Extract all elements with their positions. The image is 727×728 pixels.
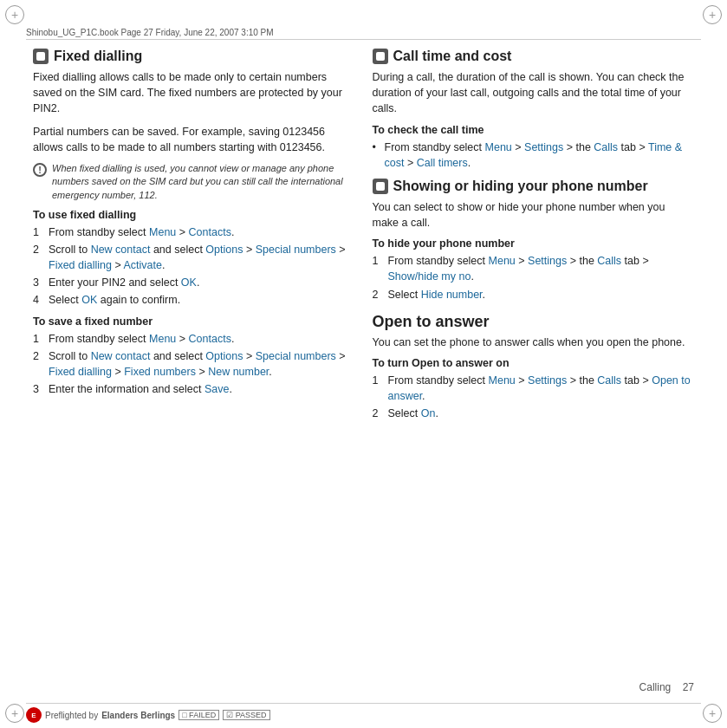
left-column: Fixed dialling Fixed dialling allows cal… — [33, 48, 355, 695]
elanders-text: Elanders Berlings — [101, 711, 175, 720]
fixed-dialling-icon — [33, 49, 49, 64]
hide-step-1: 1 From standby select Menu > Settings > … — [373, 253, 695, 284]
svg-rect-2 — [376, 182, 385, 191]
page-number-area: Calling 27 — [639, 681, 694, 693]
use-step-1: 1 From standby select Menu > Contacts. — [33, 224, 355, 240]
fixed-numbers-link: Fixed numbers — [124, 366, 196, 378]
warning-box: ! When fixed dialling is used, you canno… — [33, 162, 355, 202]
svg-rect-1 — [376, 52, 385, 61]
calling-label: Calling — [639, 681, 672, 693]
step-num: 2 — [33, 348, 45, 380]
step-num: 1 — [373, 253, 385, 284]
step-content: Enter your PIN2 and select OK. — [49, 275, 355, 290]
step-num: 1 — [33, 331, 45, 347]
save-step-3: 3 Enter the information and select Save. — [33, 381, 355, 397]
step-num: 3 — [33, 275, 45, 290]
step-content: Select On. — [388, 406, 695, 421]
step-content: Scroll to New contact and select Options… — [49, 242, 355, 273]
show-hide-my-no-link: Show/hide my no — [388, 270, 471, 283]
special-numbers-link: Special numbers — [256, 244, 336, 256]
fixed-dialling-para1: Fixed dialling allows calls to be made o… — [33, 69, 355, 116]
reg-mark-bl — [5, 704, 24, 723]
open-to-answer-para1: You can set the phone to answer calls wh… — [373, 335, 695, 350]
menu-link: Menu — [489, 374, 516, 387]
use-step-3: 3 Enter your PIN2 and select OK. — [33, 275, 355, 290]
open-to-answer-title: Open to answer — [373, 313, 695, 331]
step-content: Scroll to New contact and select Options… — [49, 348, 355, 380]
reg-mark-tr — [703, 5, 722, 24]
options-link: Options — [205, 244, 243, 256]
save-step-2: 2 Scroll to New contact and select Optio… — [33, 348, 355, 380]
step-content: Select OK again to confirm. — [49, 292, 355, 308]
turn-step-1: 1 From standby select Menu > Settings > … — [373, 373, 695, 404]
fixed-dialling-para2: Partial numbers can be saved. For exampl… — [33, 124, 355, 155]
step-num: 2 — [33, 242, 45, 273]
fixed-dialling-link2: Fixed dialling — [49, 366, 112, 378]
failed-badge: □ FAILED — [179, 710, 219, 720]
save-step-1: 1 From standby select Menu > Contacts. — [33, 331, 355, 347]
new-contact-link: New contact — [91, 244, 151, 256]
step-num: 2 — [373, 406, 385, 421]
settings-link: Settings — [528, 255, 567, 267]
step-content: From standby select Menu > Settings > th… — [385, 140, 695, 171]
svg-rect-0 — [36, 52, 45, 61]
new-contact-link: New contact — [91, 350, 151, 362]
check-call-time-heading: To check the call time — [373, 124, 695, 136]
step-num: 3 — [33, 381, 45, 397]
ok-link2: OK — [81, 294, 97, 306]
show-hide-title: Showing or hiding your phone number — [393, 178, 648, 194]
use-step-4: 4 Select OK again to confirm. — [33, 292, 355, 308]
hide-steps-list: 1 From standby select Menu > Settings > … — [373, 253, 695, 302]
header-text: Shinobu_UG_P1C.book Page 27 Friday, June… — [26, 28, 274, 37]
turn-step-2: 2 Select On. — [373, 406, 695, 421]
show-hide-para1: You can select to show or hide your phon… — [373, 199, 695, 231]
use-steps-list: 1 From standby select Menu > Contacts. 2… — [33, 224, 355, 309]
warning-text: When fixed dialling is used, you cannot … — [52, 162, 355, 202]
fixed-dialling-title: Fixed dialling — [54, 48, 142, 64]
calls-tab-link: Calls — [594, 141, 618, 153]
call-time-icon — [373, 49, 388, 64]
menu-link: Menu — [485, 141, 512, 153]
use-fixed-dialling-heading: To use fixed dialling — [33, 209, 355, 221]
settings-link: Settings — [528, 374, 567, 387]
elanders-logo: E — [26, 707, 42, 723]
on-link: On — [421, 407, 436, 419]
hide-number-link: Hide number — [421, 289, 483, 301]
step-content: Select Hide number. — [388, 287, 695, 302]
new-number-link: New number — [208, 366, 269, 378]
menu-link: Menu — [149, 333, 176, 345]
ok-link: OK — [181, 276, 197, 289]
right-column: Call time and cost During a call, the du… — [373, 48, 695, 695]
call-time-heading: Call time and cost — [373, 48, 695, 64]
settings-link: Settings — [524, 141, 563, 153]
step-content: From standby select Menu > Contacts. — [49, 331, 355, 347]
bottom-rule — [26, 703, 701, 704]
use-step-2: 2 Scroll to New contact and select Optio… — [33, 242, 355, 273]
footer-bar: E Preflighted by Elanders Berlings □ FAI… — [26, 707, 701, 723]
step-content: Enter the information and select Save. — [49, 381, 355, 397]
reg-mark-br — [703, 704, 722, 723]
hide-phone-heading: To hide your phone number — [373, 237, 695, 250]
bullet: • — [373, 140, 381, 171]
step-content: From standby select Menu > Settings > th… — [388, 253, 695, 284]
step-content: From standby select Menu > Contacts. — [49, 224, 355, 240]
check-steps-list: • From standby select Menu > Settings > … — [373, 140, 695, 171]
step-num: 1 — [373, 373, 385, 404]
special-numbers-link: Special numbers — [256, 350, 336, 362]
hide-step-2: 2 Select Hide number. — [373, 287, 695, 302]
header-bar: Shinobu_UG_P1C.book Page 27 Friday, June… — [26, 26, 701, 40]
preflighted-text: Preflighted by — [45, 711, 98, 720]
fixed-dialling-link: Fixed dialling — [49, 259, 112, 271]
options-link: Options — [205, 350, 243, 362]
show-hide-icon — [373, 179, 388, 194]
activate-link: Activate — [124, 259, 162, 271]
warning-icon: ! — [33, 163, 47, 177]
menu-link: Menu — [149, 226, 176, 238]
call-time-title: Call time and cost — [393, 48, 512, 64]
save-fixed-heading: To save a fixed number — [33, 315, 355, 328]
step-num: 2 — [373, 287, 385, 302]
reg-mark-tl — [5, 5, 24, 24]
page-num: 27 — [683, 681, 694, 693]
contacts-link: Contacts — [189, 226, 231, 238]
calls-tab-link: Calls — [597, 374, 621, 387]
